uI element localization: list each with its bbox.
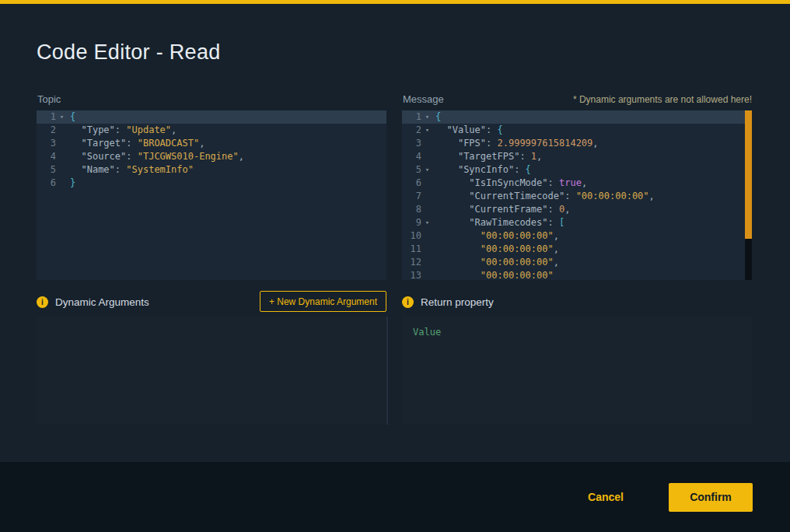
code-text: "Target": "BROADCAST", [68, 137, 204, 150]
line-number: 13 [402, 269, 421, 280]
code-line[interactable]: 11 "00:00:00:00", [402, 243, 752, 256]
code-text: "RawTimecodes": [ [433, 216, 565, 229]
code-text: "Value": { [433, 124, 503, 137]
code-line[interactable]: 8 "CurrentFrame": 0, [402, 203, 752, 216]
dynamic-arguments-header: i Dynamic Arguments [37, 296, 149, 308]
fold-spacer [421, 190, 433, 203]
info-icon: i [402, 296, 414, 308]
message-editor-scrollbar[interactable] [745, 110, 752, 280]
cancel-button[interactable]: Cancel [583, 490, 628, 504]
code-line[interactable]: 5 "Name": "SystemInfo" [37, 163, 386, 177]
fold-icon[interactable]: ▾ [56, 110, 68, 124]
line-number: 2 [402, 124, 421, 137]
fold-spacer [421, 137, 433, 150]
code-line[interactable]: 4 "TargetFPS": 1, [402, 150, 752, 163]
line-number: 6 [402, 177, 421, 190]
code-line[interactable]: 3 "Target": "BROADCAST", [37, 137, 386, 150]
code-line[interactable]: 2 "Type": "Update", [37, 124, 386, 137]
line-number: 1 [402, 110, 421, 124]
code-line[interactable]: 6} [37, 177, 386, 190]
fold-spacer [421, 256, 433, 269]
code-line[interactable]: 10 "00:00:00:00", [402, 229, 752, 243]
line-number: 4 [402, 150, 421, 163]
code-text: "FPS": 2.999997615814209, [433, 137, 599, 150]
confirm-button[interactable]: Confirm [669, 483, 753, 512]
fold-spacer [421, 243, 433, 256]
fold-spacer [421, 229, 433, 243]
return-property-label: Return property [421, 296, 494, 308]
dynamic-args-not-allowed-note: * Dynamic arguments are not allowed here… [573, 94, 752, 105]
code-text: "TargetFPS": 1, [433, 150, 542, 163]
code-text: "Source": "TJCGWS010-Engine", [68, 150, 244, 163]
dynamic-arguments-label: Dynamic Arguments [55, 296, 149, 308]
code-line[interactable]: 5▾ "SyncInfo": { [402, 163, 752, 177]
code-text: "00:00:00:00" [433, 269, 554, 280]
topic-label: Topic [37, 93, 61, 105]
line-number: 5 [37, 163, 56, 177]
code-text: "Type": "Update", [68, 124, 177, 137]
code-line[interactable]: 3 "FPS": 2.999997615814209, [402, 137, 752, 150]
message-editor-lines: 1▾{2▾ "Value": {3 "FPS": 2.9999976158142… [402, 110, 752, 280]
scrollbar-thumb[interactable] [745, 110, 752, 239]
top-accent-bar [0, 0, 790, 4]
code-line[interactable]: 7 "CurrentTimecode": "00:00:00:00", [402, 190, 752, 203]
fold-spacer [56, 177, 68, 190]
code-line[interactable]: 13 "00:00:00:00" [402, 269, 752, 280]
code-text: "00:00:00:00", [433, 229, 559, 243]
fold-spacer [421, 150, 433, 163]
line-number: 5 [402, 163, 421, 177]
code-text: "00:00:00:00", [433, 256, 559, 269]
line-number: 7 [402, 190, 421, 203]
code-text: "Name": "SystemInfo" [68, 163, 194, 177]
line-number: 4 [37, 150, 56, 163]
fold-icon[interactable]: ▾ [421, 124, 433, 137]
code-line[interactable]: 9▾ "RawTimecodes": [ [402, 216, 752, 229]
line-number: 10 [402, 229, 421, 243]
code-text: "SyncInfo": { [433, 163, 531, 177]
code-line[interactable]: 1▾{ [37, 110, 386, 124]
fold-spacer [56, 124, 68, 137]
line-number: 1 [37, 110, 56, 124]
fold-icon[interactable]: ▾ [421, 216, 433, 229]
new-dynamic-argument-button[interactable]: + New Dynamic Argument [260, 291, 386, 312]
info-icon: i [37, 296, 48, 308]
page-title: Code Editor - Read [37, 40, 221, 65]
return-property-header: i Return property [402, 296, 494, 308]
line-number: 3 [37, 137, 56, 150]
message-editor[interactable]: 1▾{2▾ "Value": {3 "FPS": 2.9999976158142… [402, 110, 752, 280]
footer-bar: Cancel Confirm [0, 462, 790, 532]
line-number: 6 [37, 177, 56, 190]
fold-icon[interactable]: ▾ [421, 163, 433, 177]
fold-spacer [56, 150, 68, 163]
code-line[interactable]: 2▾ "Value": { [402, 124, 752, 137]
code-line[interactable]: 12 "00:00:00:00", [402, 256, 752, 269]
code-text: } [68, 177, 75, 190]
fold-icon[interactable]: ▾ [421, 110, 433, 124]
code-text: "IsInSyncMode": true, [433, 177, 587, 190]
line-number: 8 [402, 203, 421, 216]
message-label: Message [403, 93, 444, 105]
line-number: 11 [402, 243, 421, 256]
code-text: { [433, 110, 441, 124]
fold-spacer [56, 137, 68, 150]
code-line[interactable]: 4 "Source": "TJCGWS010-Engine", [37, 150, 386, 163]
line-number: 12 [402, 256, 421, 269]
line-number: 2 [37, 124, 56, 137]
line-number: 9 [402, 216, 421, 229]
code-line[interactable]: 6 "IsInSyncMode": true, [402, 177, 752, 190]
line-number: 3 [402, 137, 421, 150]
topic-editor-lines: 1▾{2 "Type": "Update",3 "Target": "BROAD… [37, 110, 386, 190]
code-text: "CurrentFrame": 0, [433, 203, 570, 216]
fold-spacer [421, 269, 433, 280]
return-property-field[interactable]: Value [402, 317, 752, 425]
topic-editor[interactable]: 1▾{2 "Type": "Update",3 "Target": "BROAD… [37, 110, 386, 280]
dynamic-arguments-panel [37, 317, 388, 425]
fold-spacer [421, 203, 433, 216]
code-line[interactable]: 1▾{ [402, 110, 752, 124]
return-property-value: Value [402, 317, 752, 348]
fold-spacer [56, 163, 68, 177]
code-text: { [68, 110, 75, 124]
code-text: "CurrentTimecode": "00:00:00:00", [433, 190, 655, 203]
code-text: "00:00:00:00", [433, 243, 559, 256]
fold-spacer [421, 177, 433, 190]
